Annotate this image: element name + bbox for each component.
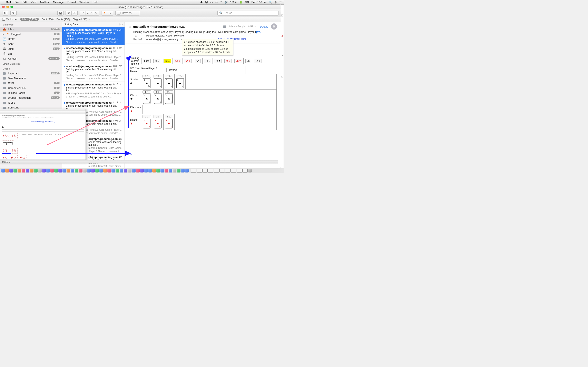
clock[interactable]: Sun 8:56 pm	[251, 1, 267, 4]
card-cell[interactable]: 2.977	[174, 74, 185, 90]
dock-app-icon[interactable]	[132, 169, 136, 173]
keyboard-icon[interactable]: ⌨	[245, 1, 249, 4]
bid-button[interactable]: 6c	[164, 59, 171, 63]
bid-button[interactable]: 7n	[245, 59, 251, 63]
card-cell[interactable]: 2.499	[141, 90, 152, 105]
dock-app-icon[interactable]	[79, 169, 82, 173]
sidebar-folder[interactable]: Dioxide Pacific1	[0, 90, 62, 95]
delete-button[interactable]: 🗑	[66, 11, 72, 16]
dock-app-icon[interactable]	[148, 169, 152, 173]
archive-button[interactable]: ▣	[57, 11, 63, 16]
dock-app-icon[interactable]	[54, 169, 58, 173]
dock-app-icon[interactable]	[26, 169, 29, 173]
dock-app-icon[interactable]	[156, 169, 160, 173]
dock-app-icon[interactable]	[1, 169, 5, 173]
flag-dropdown[interactable]: ⌄	[107, 11, 113, 16]
sidebar-folder[interactable]: Drupal Registration6,417	[0, 95, 62, 100]
dock-app-icon[interactable]	[136, 169, 140, 173]
wifi-icon[interactable]: ⌔	[220, 1, 222, 4]
message-row[interactable]: rmetcalfe@rjmprogramming.com.au8:16 pmBi…	[62, 82, 125, 100]
dock-app-icon[interactable]	[128, 169, 131, 173]
sidebar-allmail[interactable]: 🗂 All Mail308,390	[0, 56, 62, 61]
dock-minimized-window[interactable]	[197, 169, 202, 173]
sidebar-folder[interactable]: Computer Pals5	[0, 85, 62, 90]
zoom-button[interactable]	[10, 6, 13, 8]
favbar-flagged[interactable]: Flagged (96) ⌄	[73, 18, 90, 21]
bid-button[interactable]: 6h	[184, 59, 192, 63]
details-link[interactable]: Details	[260, 25, 268, 28]
dock-app-icon[interactable]	[152, 169, 156, 173]
dock-app-icon[interactable]	[34, 169, 38, 173]
menu-message[interactable]: Message	[53, 1, 64, 4]
dock-app-icon[interactable]	[112, 169, 115, 173]
dock-minimized-window[interactable]	[237, 169, 242, 173]
favbar-sent[interactable]: Sent (566)	[42, 18, 53, 21]
sidebar-flagged[interactable]: ▸⚑ Flagged96	[0, 32, 62, 36]
bid-button[interactable]: 6n	[195, 59, 200, 63]
subject-more-link[interactable]: [rm...	[256, 30, 262, 33]
dock-app-icon[interactable]	[169, 169, 172, 173]
bid-button[interactable]: 7h	[234, 59, 242, 63]
bid-button[interactable]: 6s	[153, 59, 161, 63]
dock-app-icon[interactable]	[13, 169, 17, 173]
menu-file[interactable]: File	[15, 1, 19, 4]
zoom-chevron-icon[interactable]: ⌄	[8, 161, 10, 163]
dock-app-icon[interactable]	[62, 169, 66, 173]
dock-minimized-window[interactable]	[208, 169, 213, 173]
bid-button[interactable]: 6d	[174, 59, 182, 63]
sort-bar[interactable]: Sort by Date⌄ ≡	[62, 22, 125, 27]
card-cell[interactable]: 2.6KK	[152, 74, 163, 90]
dock-app-icon[interactable]	[116, 169, 119, 173]
dock-minimized-window[interactable]	[225, 169, 231, 173]
dock-app-icon[interactable]	[67, 169, 70, 173]
dock-app-icon[interactable]	[120, 169, 123, 173]
bid-button[interactable]: 7s	[204, 59, 211, 63]
forward-button[interactable]: ↪	[93, 11, 99, 16]
bid-button[interactable]: 8s	[254, 59, 261, 63]
dock-app-icon[interactable]	[144, 169, 148, 173]
card-cell[interactable]: 2.1077	[163, 114, 174, 130]
bluetooth-icon[interactable]: ⌯	[215, 1, 218, 4]
bid-button[interactable]: 7c	[214, 59, 222, 63]
dock-app-icon[interactable]	[30, 169, 34, 173]
dock-app-icon[interactable]	[91, 169, 95, 173]
message-row[interactable]: rmetcalfe@rjmprogramming.com.au8:52 pmBi…	[62, 27, 125, 45]
dock-app-icon[interactable]	[46, 169, 50, 173]
dock-app-icon[interactable]	[107, 169, 111, 173]
background-window-peek[interactable]: garo	[281, 4, 284, 168]
message-row[interactable]: rmetcalfe@rjmprogramming.com.au8:46 pmBi…	[62, 45, 125, 63]
dock-app-icon[interactable]	[103, 169, 107, 173]
get-mail-button[interactable]: ✉	[2, 11, 8, 16]
spotlight-icon[interactable]: 🔍	[269, 1, 272, 4]
message-row[interactable]: rmetcalfe@rjmprogramming.com.au8:38 pmBi…	[62, 63, 125, 82]
dock-app-icon[interactable]	[17, 169, 21, 173]
sidebar-sent[interactable]: ✈ Sent566	[0, 42, 62, 46]
dock-app-icon[interactable]	[124, 169, 127, 173]
dock-app-icon[interactable]	[50, 169, 54, 173]
card-cell[interactable]: 2.777	[163, 90, 174, 105]
trash-icon[interactable]	[248, 169, 252, 173]
dock-minimized-window[interactable]	[214, 169, 219, 173]
search-field[interactable]: 🔍 Search	[217, 11, 279, 16]
dock[interactable]: document.write(Array.from({length:46}).m…	[0, 168, 284, 173]
minimize-button[interactable]	[6, 6, 9, 8]
flag-button[interactable]: ⚑	[101, 11, 107, 16]
siri-icon[interactable]: ◎	[275, 1, 277, 4]
dock-app-icon[interactable]	[164, 169, 168, 173]
sidebar-folder[interactable]: IELTS	[0, 100, 62, 105]
bid-button[interactable]: pass	[143, 59, 151, 63]
dock-minimized-window[interactable]	[202, 169, 208, 173]
dock-app-icon[interactable]	[38, 169, 42, 173]
statusbar-icon[interactable]: Ⓜ	[205, 0, 208, 4]
junk-button[interactable]: ⊘	[71, 11, 78, 16]
star-icon[interactable]: ☆	[129, 25, 131, 29]
sidebar-folder[interactable]: Blue Mountains	[0, 76, 62, 81]
dock-minimized-window[interactable]	[242, 169, 248, 173]
favbar-mailboxes[interactable]: Mailboxes	[2, 18, 17, 21]
dock-app-icon[interactable]	[160, 169, 164, 173]
filter-button[interactable]: ≡	[119, 23, 122, 26]
dock-app-icon[interactable]	[58, 169, 62, 173]
dock-app-icon[interactable]	[83, 169, 86, 173]
dock-app-icon[interactable]	[173, 169, 176, 173]
dock-app-icon[interactable]	[5, 169, 9, 173]
